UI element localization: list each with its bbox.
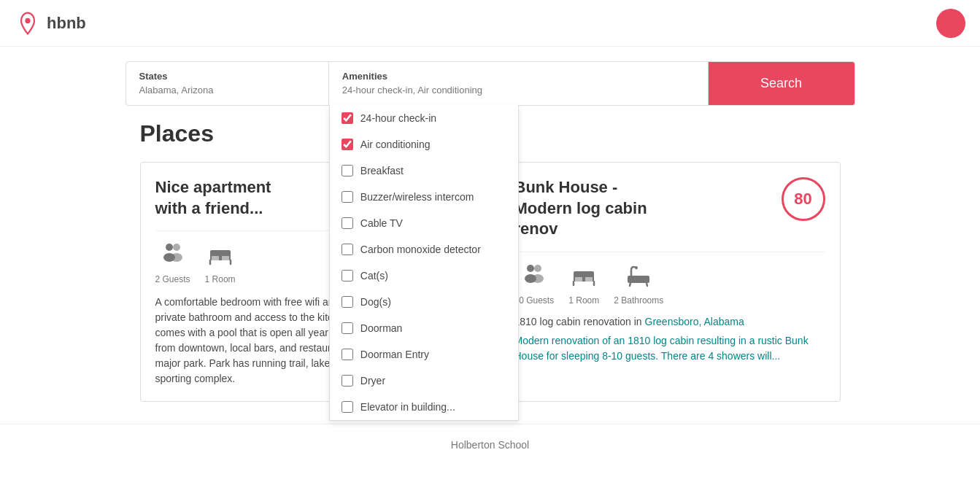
place-card-2: 80 Bunk House -Modern log cabinrenov 10 … <box>499 162 841 402</box>
dropdown-item-0[interactable]: 24-hour check-in <box>330 105 518 131</box>
card2-location: 1810 log cabin renovation in Greensboro,… <box>514 316 825 327</box>
footer-text: Holberton School <box>451 439 529 451</box>
card1-room-label: 1 Room <box>205 274 236 284</box>
dropdown-checkbox-11[interactable] <box>342 401 353 413</box>
svg-rect-19 <box>628 276 649 283</box>
amenities-label: Amenities <box>342 71 695 82</box>
svg-point-11 <box>534 265 541 272</box>
dropdown-item-8[interactable]: Doorman <box>330 315 518 341</box>
card2-score: 80 <box>782 177 825 221</box>
svg-point-2 <box>173 244 180 251</box>
dropdown-item-9[interactable]: Doorman Entry <box>330 341 518 368</box>
svg-point-0 <box>25 18 30 23</box>
svg-rect-15 <box>575 277 582 281</box>
card2-guests-stat: 10 Guests <box>514 261 555 306</box>
card2-location-link[interactable]: Greensboro, Alabama <box>645 316 744 327</box>
svg-point-13 <box>532 274 544 283</box>
amenities-field[interactable]: Amenities 24-hour check-in, Air conditio… <box>329 62 709 105</box>
card2-room-stat: 1 Room <box>568 261 599 306</box>
dropdown-label-6: Cat(s) <box>360 270 388 281</box>
states-field[interactable]: States Alabama, Arizona <box>126 62 329 105</box>
dropdown-item-10[interactable]: Dryer <box>330 368 518 394</box>
dropdown-checkbox-10[interactable] <box>342 375 353 387</box>
dropdown-label-8: Doorman <box>360 322 403 334</box>
dropdown-label-7: Dog(s) <box>360 296 391 308</box>
svg-point-1 <box>166 244 173 251</box>
search-button[interactable]: Search <box>709 62 854 105</box>
dropdown-item-2[interactable]: Breakfast <box>330 158 518 184</box>
logo-icon <box>15 10 41 36</box>
guests-icon <box>160 240 186 271</box>
states-label: States <box>139 71 315 82</box>
dropdown-label-10: Dryer <box>360 375 385 387</box>
footer: Holberton School <box>0 424 980 465</box>
user-avatar[interactable] <box>936 9 965 38</box>
card1-guests-stat: 2 Guests <box>155 240 190 284</box>
amenities-value: 24-hour check-in, Air conditioning <box>342 85 482 96</box>
card2-bath-label: 2 Bathrooms <box>614 295 663 306</box>
card1-guests-label: 2 Guests <box>155 274 190 284</box>
dropdown-label-1: Air conditioning <box>360 139 431 150</box>
card2-bath-stat: 2 Bathrooms <box>614 261 663 306</box>
dropdown-checkbox-7[interactable] <box>342 296 353 308</box>
dropdown-checkbox-0[interactable] <box>342 112 353 124</box>
room-icon <box>207 240 234 271</box>
logo-text: hbnb <box>47 14 86 33</box>
states-value: Alabama, Arizona <box>139 85 214 96</box>
dropdown-item-6[interactable]: Cat(s) <box>330 263 518 289</box>
card2-guests-icon <box>521 261 547 292</box>
svg-rect-6 <box>212 256 219 260</box>
dropdown-checkbox-1[interactable] <box>342 139 353 150</box>
svg-line-21 <box>630 283 630 286</box>
svg-line-22 <box>647 283 647 286</box>
search-bar: States Alabama, Arizona Amenities 24-hou… <box>126 61 855 106</box>
card2-description: Modern renovation of an 1810 log cabin r… <box>514 333 825 364</box>
header: hbnb <box>0 0 980 47</box>
dropdown-checkbox-4[interactable] <box>342 217 353 229</box>
dropdown-checkbox-3[interactable] <box>342 191 353 203</box>
dropdown-checkbox-8[interactable] <box>342 322 353 334</box>
svg-point-4 <box>171 253 182 262</box>
dropdown-checkbox-2[interactable] <box>342 165 353 176</box>
dropdown-label-0: 24-hour check-in <box>360 112 436 124</box>
dropdown-checkbox-5[interactable] <box>342 244 353 255</box>
amenities-dropdown: 24-hour check-inAir conditioningBreakfas… <box>329 105 519 421</box>
svg-point-20 <box>635 266 638 269</box>
dropdown-label-9: Doorman Entry <box>360 349 429 360</box>
card1-room-stat: 1 Room <box>205 240 236 284</box>
card2-guests-label: 10 Guests <box>514 295 555 306</box>
dropdown-label-3: Buzzer/wireless intercom <box>360 191 474 203</box>
card2-room-icon <box>571 261 597 292</box>
card2-divider <box>514 252 825 252</box>
dropdown-item-4[interactable]: Cable TV <box>330 210 518 236</box>
svg-rect-16 <box>585 277 593 281</box>
dropdown-item-7[interactable]: Dog(s) <box>330 289 518 315</box>
card2-title: Bunk House -Modern log cabinrenov <box>514 177 825 240</box>
dropdown-label-4: Cable TV <box>360 217 403 229</box>
dropdown-item-1[interactable]: Air conditioning <box>330 131 518 158</box>
dropdown-item-5[interactable]: Carbon monoxide detector <box>330 236 518 263</box>
dropdown-item-11[interactable]: Elevator in building... <box>330 394 518 420</box>
dropdown-label-11: Elevator in building... <box>360 401 455 413</box>
logo: hbnb <box>15 10 86 36</box>
dropdown-label-5: Carbon monoxide detector <box>360 244 481 255</box>
dropdown-item-3[interactable]: Buzzer/wireless intercom <box>330 184 518 210</box>
card2-bath-icon <box>625 261 652 292</box>
dropdown-checkbox-6[interactable] <box>342 270 353 281</box>
card2-stats: 10 Guests 1 Room <box>514 261 825 306</box>
dropdown-checkbox-9[interactable] <box>342 349 353 360</box>
svg-rect-7 <box>222 256 229 260</box>
card2-room-label: 1 Room <box>568 295 599 306</box>
dropdown-label-2: Breakfast <box>360 165 404 176</box>
svg-point-10 <box>527 265 534 272</box>
